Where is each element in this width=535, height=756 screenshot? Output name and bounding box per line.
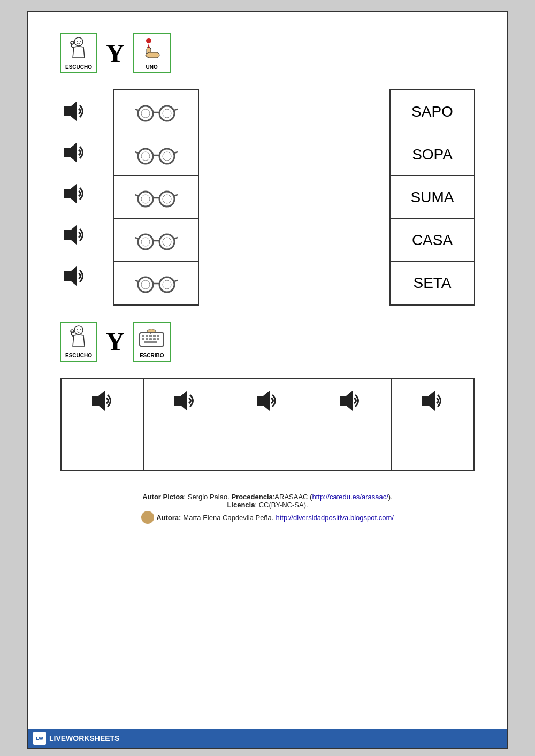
footer-proc-text: :ARASAAC (	[273, 493, 312, 501]
section1-icons: ESCUCHO Y UNO	[60, 33, 475, 73]
svg-marker-11	[64, 101, 77, 121]
speaker-5[interactable]	[60, 263, 103, 293]
bottom-speaker-4[interactable]	[309, 379, 391, 427]
footer-arasaac-link[interactable]: http://catedu.es/arasaac/	[312, 493, 388, 501]
svg-point-16	[138, 106, 153, 121]
svg-point-38	[159, 234, 174, 249]
text-input-3[interactable]	[231, 443, 304, 454]
svg-point-29	[163, 152, 171, 161]
glasses-cell-2	[114, 133, 198, 176]
input-cell-1[interactable]	[62, 427, 144, 470]
svg-point-49	[141, 280, 150, 289]
footer-line2: Licencia: CC(BY-NC-SA).	[60, 501, 475, 509]
svg-point-22	[163, 109, 171, 118]
svg-rect-57	[146, 335, 148, 337]
autora-avatar	[141, 511, 154, 524]
bottom-speaker-1[interactable]	[62, 379, 144, 427]
svg-line-34	[174, 195, 178, 196]
escucho-icon-box: ESCUCHO	[60, 33, 97, 73]
escucho2-icon-box: ESCUCHO	[60, 322, 97, 362]
svg-rect-61	[142, 338, 144, 340]
speaker-2[interactable]	[60, 139, 103, 169]
glasses-cell-4	[114, 219, 198, 262]
escucho2-label: ESCUCHO	[65, 353, 92, 358]
svg-line-27	[174, 152, 178, 153]
glasses-cell-1	[114, 90, 198, 133]
svg-point-28	[141, 152, 150, 161]
svg-point-50	[163, 280, 171, 289]
lw-logo: LW	[33, 732, 46, 745]
footer-proc-label: Procedencia	[231, 493, 272, 501]
svg-point-9	[146, 38, 151, 43]
footer-lic-label: Licencia	[227, 501, 255, 509]
svg-line-26	[135, 152, 138, 153]
svg-point-43	[163, 238, 171, 246]
svg-point-53	[80, 329, 81, 330]
input-cell-2[interactable]	[144, 427, 226, 470]
svg-marker-68	[174, 391, 187, 411]
svg-rect-58	[149, 335, 152, 337]
glasses-svg-2	[135, 141, 178, 168]
svg-point-45	[159, 277, 174, 292]
svg-marker-71	[422, 391, 435, 411]
escucho-label: ESCUCHO	[65, 64, 92, 70]
footer-blog-link[interactable]: http://diversidadpositiva.blogspot.com/	[276, 514, 393, 522]
speaker-3[interactable]	[60, 180, 103, 210]
escribo-icon-box: ESCRIBO	[133, 322, 171, 362]
svg-point-24	[159, 149, 174, 164]
bottom-table	[60, 378, 475, 471]
svg-point-21	[141, 109, 150, 118]
word-suma: SUMA	[391, 176, 474, 219]
svg-rect-63	[149, 338, 152, 340]
glasses-svg-1	[135, 98, 178, 125]
svg-rect-66	[144, 341, 157, 343]
svg-point-35	[141, 195, 150, 203]
svg-point-36	[163, 195, 171, 203]
words-column: SAPO SOPA SUMA CASA SETA	[389, 89, 475, 306]
svg-point-52	[77, 329, 78, 330]
svg-point-44	[138, 277, 153, 292]
svg-point-30	[138, 192, 153, 207]
text-input-1[interactable]	[66, 443, 140, 454]
svg-point-1	[77, 41, 78, 42]
glasses-svg-4	[135, 227, 178, 254]
footer-autor-label: Autor Pictos	[142, 493, 184, 501]
speaker-4[interactable]	[60, 222, 103, 251]
glasses-column	[113, 89, 199, 306]
svg-point-42	[141, 238, 150, 246]
svg-point-17	[159, 106, 174, 121]
uno-label: UNO	[146, 64, 158, 70]
text-input-5[interactable]	[395, 443, 469, 454]
svg-line-40	[135, 238, 138, 239]
text-input-4[interactable]	[313, 443, 387, 454]
speaker-1[interactable]	[60, 98, 103, 128]
word-casa: CASA	[391, 219, 474, 262]
input-row	[62, 427, 474, 470]
svg-line-33	[135, 195, 138, 196]
bottom-speaker-5[interactable]	[391, 379, 473, 427]
svg-marker-12	[64, 142, 77, 163]
svg-rect-56	[142, 335, 144, 337]
svg-point-31	[159, 192, 174, 207]
input-cell-5[interactable]	[391, 427, 473, 470]
svg-marker-13	[64, 184, 77, 204]
input-cell-4[interactable]	[309, 427, 391, 470]
lw-label: LIVEWORKSHEETS	[49, 734, 119, 743]
input-cell-3[interactable]	[226, 427, 309, 470]
bottom-speaker-2[interactable]	[144, 379, 226, 427]
svg-rect-60	[157, 335, 159, 337]
footer-autor-text: : Sergio Palao.	[184, 493, 232, 501]
svg-marker-67	[92, 391, 105, 411]
svg-line-20	[174, 109, 178, 110]
svg-point-51	[74, 326, 83, 334]
escribo-svg	[137, 325, 166, 352]
page: ESCUCHO Y UNO	[27, 11, 508, 749]
footer-line3: Autora: Marta Elena Capdevila Peña. http…	[60, 511, 475, 524]
glasses-svg-5	[135, 270, 178, 296]
bottom-speaker-3[interactable]	[226, 379, 309, 427]
footer-lic-text: : CC(BY-NC-SA).	[255, 501, 308, 509]
glasses-svg-3	[135, 184, 178, 211]
svg-line-47	[135, 280, 138, 281]
text-input-2[interactable]	[148, 443, 222, 454]
exercise-area: SAPO SOPA SUMA CASA SETA	[60, 89, 475, 306]
